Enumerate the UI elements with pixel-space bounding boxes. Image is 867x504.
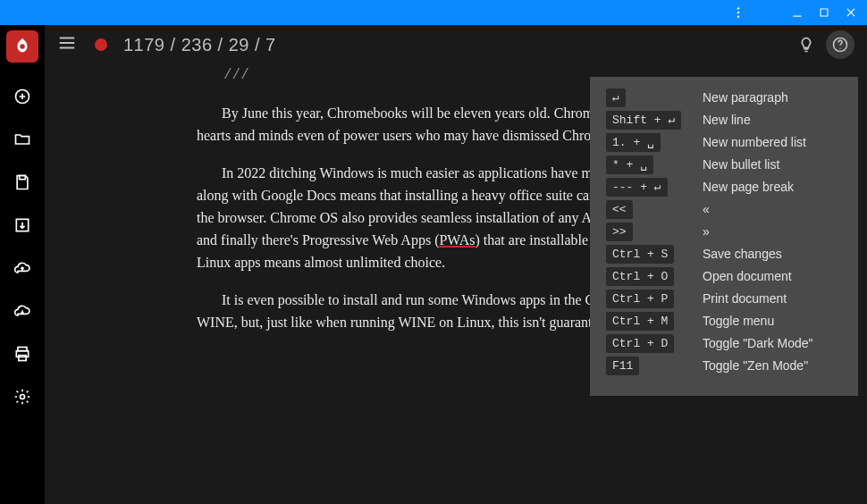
- cloud-upload-button[interactable]: [8, 254, 37, 282]
- shortcut-key: ↵: [606, 88, 626, 107]
- svg-rect-3: [793, 16, 801, 17]
- print-button[interactable]: [8, 340, 37, 368]
- svg-rect-4: [821, 9, 828, 16]
- shortcut-key: * + ␣: [606, 155, 653, 174]
- shortcut-key: Shift + ↵: [606, 111, 681, 130]
- svg-point-0: [737, 7, 739, 9]
- shortcut-desc: Toggle menu: [703, 314, 774, 328]
- shortcut-desc: New bullet list: [703, 157, 779, 172]
- shortcut-row: Ctrl + PPrint document: [606, 290, 842, 306]
- shortcut-key: Ctrl + S: [606, 245, 674, 264]
- topbar: 1179 / 236 / 29 / 7: [45, 25, 867, 64]
- shortcut-key: Ctrl + D: [606, 334, 674, 353]
- svg-rect-7: [20, 176, 26, 180]
- sidebar: [0, 25, 45, 504]
- cloud-download-button[interactable]: [8, 297, 37, 325]
- shortcut-key: <<: [606, 200, 633, 219]
- svg-point-1: [737, 12, 739, 13]
- window-titlebar: [0, 0, 867, 25]
- status-dot-icon: [95, 38, 107, 51]
- menu-toggle-button[interactable]: [57, 33, 77, 56]
- help-button[interactable]: [826, 30, 854, 59]
- shortcut-desc: Print document: [703, 291, 787, 306]
- shortcut-desc: New page break: [703, 180, 794, 194]
- shortcut-key: --- + ↵: [606, 178, 668, 197]
- svg-point-5: [20, 44, 25, 49]
- shortcut-row: Ctrl + SSave changes: [606, 246, 842, 261]
- shortcut-row: --- + ↵New page break: [606, 179, 842, 194]
- shortcut-desc: «: [703, 202, 710, 216]
- settings-button[interactable]: [8, 382, 37, 411]
- shortcut-row: * + ␣New bullet list: [606, 156, 842, 172]
- shortcut-desc: Open document: [703, 269, 792, 283]
- shortcut-key: Ctrl + P: [606, 290, 674, 308]
- window-maximize-button[interactable]: [813, 2, 835, 23]
- shortcut-row: F11Toggle "Zen Mode": [606, 357, 842, 373]
- shortcut-row: <<«: [606, 201, 842, 216]
- tips-button[interactable]: [792, 30, 821, 59]
- shortcut-row: Ctrl + DToggle "Dark Mode": [606, 335, 842, 350]
- shortcut-key: 1. + ␣: [606, 133, 661, 152]
- shortcut-desc: Save changes: [703, 247, 782, 261]
- svg-point-14: [839, 48, 840, 49]
- open-folder-button[interactable]: [8, 125, 37, 154]
- word-count: 1179 / 236 / 29 / 7: [123, 35, 276, 55]
- export-button[interactable]: [8, 211, 37, 239]
- shortcut-row: Ctrl + MToggle menu: [606, 313, 842, 328]
- window-close-button[interactable]: [840, 2, 862, 23]
- svg-point-12: [21, 395, 25, 399]
- shortcut-key: F11: [606, 357, 639, 375]
- shortcut-desc: New paragraph: [703, 90, 788, 105]
- shortcut-desc: New numbered list: [703, 135, 806, 149]
- app-logo[interactable]: [6, 30, 38, 63]
- shortcut-row: >>»: [606, 223, 842, 239]
- shortcut-desc: Toggle "Dark Mode": [703, 336, 813, 350]
- shortcut-key: Ctrl + O: [606, 267, 674, 286]
- shortcut-key: Ctrl + M: [606, 312, 674, 331]
- shortcut-row: 1. + ␣New numbered list: [606, 134, 842, 149]
- shortcut-row: ↵New paragraph: [606, 89, 842, 105]
- save-button[interactable]: [8, 168, 37, 197]
- new-document-button[interactable]: [8, 82, 37, 111]
- shortcut-row: Ctrl + OOpen document: [606, 268, 842, 283]
- browser-menu-icon[interactable]: [728, 2, 749, 23]
- shortcut-desc: Toggle "Zen Mode": [703, 358, 808, 373]
- shortcuts-popup: ↵New paragraphShift + ↵New line1. + ␣New…: [590, 77, 858, 396]
- window-minimize-button[interactable]: [787, 2, 808, 23]
- shortcut-desc: »: [703, 224, 710, 239]
- link-pwas[interactable]: PWAs: [439, 232, 475, 248]
- svg-point-2: [737, 15, 739, 17]
- shortcut-key: >>: [606, 223, 633, 241]
- shortcut-desc: New line: [703, 113, 751, 127]
- shortcut-row: Shift + ↵New line: [606, 112, 842, 127]
